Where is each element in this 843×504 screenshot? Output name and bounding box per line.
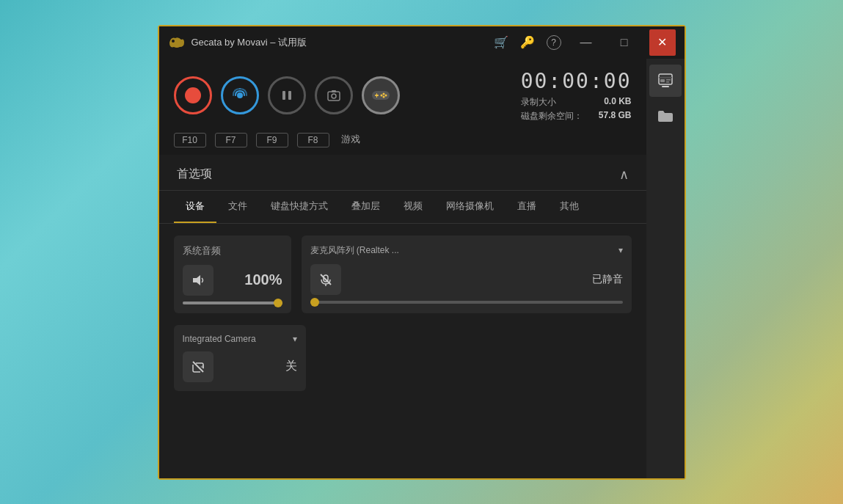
- app-logo-icon: [168, 35, 186, 50]
- sidebar-screenshot-icon: [657, 73, 674, 89]
- maximize-button[interactable]: □: [611, 29, 638, 56]
- stream-button[interactable]: [221, 76, 259, 114]
- mic-name: 麦克风阵列 (Realtek ...: [310, 244, 399, 257]
- pause-icon: [280, 89, 293, 102]
- mic-dropdown-button[interactable]: ▾: [618, 245, 623, 255]
- mic-icon-button[interactable]: [310, 264, 341, 295]
- svg-rect-22: [660, 79, 665, 82]
- mic-header: 麦克风阵列 (Realtek ... ▾: [310, 244, 623, 257]
- help-icon[interactable]: ?: [547, 35, 561, 50]
- size-value: 0.0 KB: [604, 96, 631, 109]
- mic-slider[interactable]: [310, 301, 623, 304]
- svg-rect-6: [332, 90, 336, 92]
- game-label: 游戏: [341, 133, 360, 147]
- disk-value: 57.8 GB: [599, 110, 632, 123]
- toolbar: 00:00:00 录制大小 0.0 KB 磁盘剩余空间： 57.8 GB: [159, 59, 646, 133]
- size-row: 录制大小 0.0 KB: [521, 96, 632, 109]
- sidebar-screenshot-button[interactable]: [649, 65, 682, 97]
- system-audio-slider[interactable]: [183, 302, 282, 304]
- right-sidebar: [646, 59, 685, 478]
- record-shortcut: F10: [174, 133, 206, 147]
- speaker-icon: [191, 273, 205, 288]
- preferences-panel: 首选项 ∧ 设备 文件 键盘快捷方式 叠加层 视频 网络摄像机 直播 其他: [159, 155, 646, 478]
- record-icon: [185, 87, 201, 103]
- mic-row: 已静音: [310, 264, 623, 295]
- audio-slider-fill: [183, 302, 282, 304]
- camera-row: 关: [183, 351, 297, 382]
- camera-dropdown-button[interactable]: ▾: [293, 334, 297, 344]
- timer-display: 00:00:00: [521, 69, 632, 93]
- prefs-header: 首选项 ∧: [159, 155, 646, 191]
- svg-marker-14: [193, 275, 200, 285]
- tab-file[interactable]: 文件: [216, 191, 259, 223]
- tab-other[interactable]: 其他: [548, 191, 591, 223]
- disk-row: 磁盘剩余空间： 57.8 GB: [521, 110, 632, 123]
- gamepad-icon: [371, 88, 391, 103]
- camera-icon-button[interactable]: [183, 351, 214, 382]
- tab-live[interactable]: 直播: [506, 191, 548, 223]
- system-audio-value: 100%: [244, 271, 282, 288]
- title-bar: Gecata by Movavi – 试用版 🛒 🔑 ? — □ ✕: [159, 26, 685, 59]
- game-mode-button[interactable]: [362, 76, 400, 114]
- preferences-tabs: 设备 文件 键盘快捷方式 叠加层 视频 网络摄像机 直播 其他: [159, 191, 646, 224]
- tab-video[interactable]: 视频: [392, 191, 434, 223]
- tab-device[interactable]: 设备: [174, 191, 216, 223]
- system-audio-icon-button[interactable]: [183, 265, 214, 296]
- svg-rect-3: [288, 91, 291, 100]
- timer-info: 录制大小 0.0 KB 磁盘剩余空间： 57.8 GB: [521, 96, 632, 123]
- device-panels: 系统音频 100%: [159, 224, 646, 325]
- shortcut-labels: F10 F7 F9 F8 游戏: [159, 133, 646, 155]
- stream-icon: [230, 86, 249, 105]
- window-controls: 🛒 🔑 ? — □ ✕: [494, 29, 676, 56]
- svg-rect-4: [328, 92, 340, 101]
- app-window: Gecata by Movavi – 试用版 🛒 🔑 ? — □ ✕: [158, 25, 686, 480]
- svg-point-1: [237, 92, 243, 98]
- svg-rect-21: [659, 77, 672, 78]
- audio-slider-track[interactable]: [183, 302, 282, 304]
- pause-button[interactable]: [268, 76, 306, 114]
- left-panel: 00:00:00 录制大小 0.0 KB 磁盘剩余空间： 57.8 GB: [159, 59, 646, 478]
- camera-card: Integrated Camera ▾: [174, 325, 306, 391]
- minimize-button[interactable]: —: [573, 29, 599, 56]
- close-button[interactable]: ✕: [649, 29, 676, 56]
- svg-point-0: [172, 40, 175, 43]
- pause-shortcut: F9: [256, 133, 288, 147]
- tab-webcam[interactable]: 网络摄像机: [434, 191, 506, 223]
- svg-point-12: [382, 96, 384, 98]
- camera-header: Integrated Camera ▾: [183, 334, 297, 344]
- camera-off-icon: [191, 359, 205, 374]
- folder-icon: [657, 109, 674, 123]
- cart-icon[interactable]: 🛒: [494, 35, 508, 49]
- sidebar-folder-button[interactable]: [649, 100, 682, 132]
- tab-overlay[interactable]: 叠加层: [340, 191, 392, 223]
- audio-slider-thumb[interactable]: [274, 299, 282, 307]
- svg-point-5: [332, 94, 336, 98]
- mic-muted-icon: [318, 272, 333, 287]
- screenshot-icon: [326, 88, 341, 103]
- system-audio-row: 100%: [183, 265, 282, 296]
- svg-point-11: [384, 95, 387, 97]
- screenshot-button[interactable]: [315, 76, 353, 114]
- title-left: Gecata by Movavi – 试用版: [168, 35, 307, 50]
- key-icon[interactable]: 🔑: [520, 35, 535, 49]
- svg-point-10: [382, 93, 384, 95]
- camera-section: Integrated Camera ▾: [159, 325, 646, 403]
- system-audio-label: 系统音频: [183, 244, 282, 258]
- system-audio-card: 系统音频 100%: [174, 235, 291, 313]
- app-title: Gecata by Movavi – 试用版: [191, 36, 307, 49]
- mic-slider-track[interactable]: [310, 301, 623, 304]
- mic-slider-thumb[interactable]: [310, 298, 319, 307]
- record-button[interactable]: [174, 76, 212, 114]
- camera-status: 关: [285, 359, 297, 374]
- main-content: 00:00:00 录制大小 0.0 KB 磁盘剩余空间： 57.8 GB: [159, 59, 685, 478]
- svg-rect-20: [662, 86, 669, 87]
- timer-area: 00:00:00 录制大小 0.0 KB 磁盘剩余空间： 57.8 GB: [521, 69, 632, 123]
- mic-status: 已静音: [592, 273, 623, 286]
- size-label: 录制大小: [521, 96, 556, 109]
- prefs-title: 首选项: [177, 167, 212, 182]
- svg-point-13: [380, 95, 382, 97]
- tab-shortcuts[interactable]: 键盘快捷方式: [259, 191, 340, 223]
- svg-rect-24: [666, 81, 669, 83]
- prefs-collapse-button[interactable]: ∧: [619, 167, 629, 183]
- disk-label: 磁盘剩余空间：: [521, 110, 583, 123]
